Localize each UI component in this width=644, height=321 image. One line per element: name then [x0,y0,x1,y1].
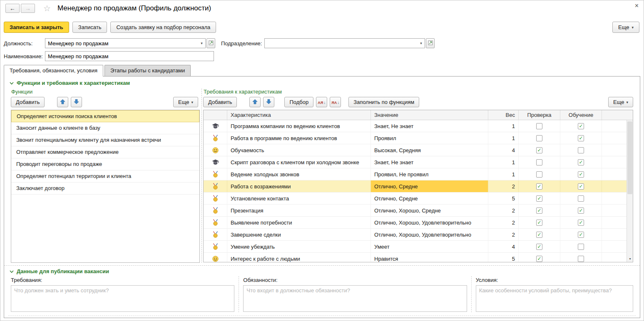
characteristic-cell[interactable]: Завершение сделки [227,229,371,240]
checkbox[interactable]: ✓ [536,195,542,202]
tab-candidate-stages[interactable]: Этапы работы с кандидатами [104,65,191,76]
favorite-star-icon[interactable]: ☆ [43,3,51,13]
value-cell[interactable]: Отлично, Хорошо, Удовлетворительно [371,217,488,228]
sort-ascending-button[interactable]: АЯ↓ [316,97,327,107]
requirements-move-up-button[interactable] [249,97,261,107]
check-cell[interactable]: ✓ [519,205,560,216]
check-cell[interactable]: ✓ [519,241,560,252]
checkbox[interactable] [578,147,584,153]
check-column-header[interactable]: Проверка [519,110,560,120]
function-list-item[interactable]: Заключает договор [11,183,199,195]
checkbox[interactable] [578,256,584,262]
weight-cell[interactable]: 1 [488,132,519,144]
weight-cell[interactable]: 2 [488,205,519,216]
function-list-item[interactable]: Проводит переговоры по продаже [11,158,199,170]
weight-cell[interactable]: 2 [488,229,519,240]
checkbox[interactable] [536,171,542,178]
checkbox[interactable]: ✓ [536,220,542,226]
back-button[interactable]: ← [5,4,20,13]
position-combo[interactable]: ▾ [45,38,206,48]
characteristic-cell[interactable]: Программа компании по ведению клиентов [227,120,371,132]
characteristic-cell[interactable]: Работа с возражениями [227,180,371,192]
weight-column-header[interactable]: Вес [488,110,519,120]
checkbox[interactable]: ✓ [536,147,542,153]
training-cell[interactable] [560,253,602,262]
checkbox[interactable]: ✓ [536,256,542,262]
checkbox[interactable]: ✓ [578,183,584,190]
value-cell[interactable]: Знает, Не знает [371,156,488,168]
department-combo[interactable]: ▾ [264,38,425,48]
name-input[interactable] [45,51,214,61]
pick-button[interactable]: Подбор [284,97,313,107]
checkbox[interactable] [536,135,542,141]
function-list-item[interactable]: Отправляет коммерческое предложение [11,146,199,158]
weight-cell[interactable]: 5 [488,253,519,262]
value-cell[interactable]: Отлично, Средне [371,193,488,204]
icon-column-header[interactable] [204,110,227,120]
weight-cell[interactable]: 1 [488,120,519,132]
save-close-button[interactable]: Записать и закрыть [4,22,69,33]
save-button[interactable]: Записать [72,22,107,33]
checkbox[interactable]: ✓ [578,123,584,129]
training-cell[interactable]: ✓ [560,168,602,180]
check-cell[interactable]: ✓ [519,180,560,192]
weight-cell[interactable]: 1 [488,156,519,168]
weight-cell[interactable]: 2 [488,217,519,228]
value-column-header[interactable]: Значение [371,110,488,120]
check-cell[interactable]: ✓ [519,144,560,156]
forward-button[interactable]: → [21,4,35,13]
table-scrollbar[interactable]: ▾ [627,120,633,262]
training-cell[interactable]: ✓ [560,132,602,144]
training-cell[interactable]: ✓ [560,217,602,228]
training-cell[interactable]: ✓ [560,180,602,192]
department-input[interactable] [265,39,418,48]
requirements-move-down-button[interactable] [263,97,274,107]
characteristic-cell[interactable]: Ведение холодных звонков [227,168,371,180]
function-list-item[interactable]: Заносит данные о клиенте в базу [11,122,199,134]
training-cell[interactable]: ✓ [560,156,602,168]
check-cell[interactable]: ✓ [519,217,560,228]
characteristic-column-header[interactable]: Характеристика [227,110,371,120]
table-row[interactable]: Ведение холодных звонковПроявил, Не проя… [204,168,633,180]
close-icon[interactable]: × [635,2,639,10]
characteristic-cell[interactable]: Работа в программе по ведению клиентов [227,132,371,144]
table-row[interactable]: Умение убеждатьУмеет4✓ [204,241,633,253]
value-cell[interactable]: Отлично, Хорошо, Удовлетворительно [371,229,488,240]
fill-by-functions-button[interactable]: Заполнить по функциям [348,97,419,107]
characteristic-cell[interactable]: Интерес к работе с людьми [227,253,371,262]
tab-requirements[interactable]: Требования, обязанности, условия [4,65,103,76]
checkbox[interactable]: ✓ [578,135,584,141]
check-cell[interactable] [519,120,560,132]
training-cell[interactable] [560,144,602,156]
training-cell[interactable] [560,241,602,252]
function-list-item[interactable]: Определяет источники поиска клиентов [11,110,199,122]
scrollbar-thumb[interactable] [627,121,632,194]
table-row[interactable]: Программа компании по ведению клиентовЗн… [204,120,633,132]
position-open-button[interactable] [206,38,215,48]
table-row[interactable]: ОбучаемостьВысокая, Средняя4✓ [204,144,633,156]
toolbar-more-button[interactable]: Еще ▾ [612,22,639,33]
check-cell[interactable] [519,168,560,180]
functions-add-button[interactable]: Добавить [11,97,45,107]
value-cell[interactable]: Проявил, Не проявил [371,168,488,180]
characteristic-cell[interactable]: Установление контакта [227,193,371,204]
weight-cell[interactable]: 4 [488,144,519,156]
checkbox[interactable]: ✓ [536,183,542,190]
panel-splitter[interactable] [201,89,202,263]
requirements-textarea[interactable] [11,285,234,312]
functions-move-up-button[interactable] [57,97,68,107]
create-request-button[interactable]: Создать заявку на подбор персонала [110,22,216,33]
checkbox[interactable]: ✓ [536,232,542,238]
characteristic-cell[interactable]: Скрипт разговора с клиентом при холодном… [227,156,371,168]
check-cell[interactable]: ✓ [519,193,560,204]
checkbox[interactable]: ✓ [578,207,584,214]
checkbox[interactable] [536,159,542,165]
function-list-item[interactable]: Звонит потенциальному клиенту для назнач… [11,134,199,146]
functions-section-header[interactable]: Функции и требования к характеристикам [4,77,640,88]
checkbox[interactable]: ✓ [578,171,584,178]
checkbox[interactable] [578,244,584,250]
functions-move-down-button[interactable] [71,97,82,107]
conditions-textarea[interactable] [476,285,633,312]
checkbox[interactable] [536,123,542,129]
characteristic-cell[interactable]: Презентация [227,205,371,216]
